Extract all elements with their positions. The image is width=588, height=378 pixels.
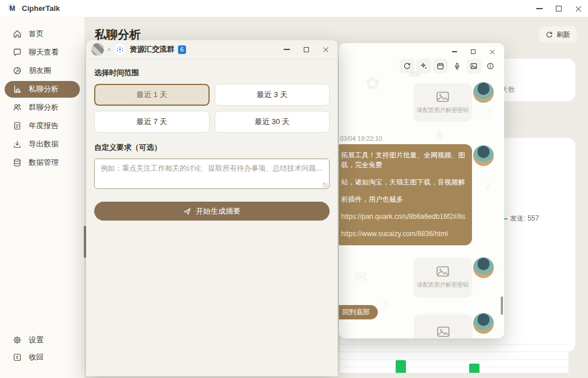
range-button-30days[interactable]: 最近 30 天 xyxy=(215,111,330,133)
chat-maximize-button[interactable] xyxy=(466,45,481,59)
minimize-icon xyxy=(284,49,290,49)
group-icon xyxy=(13,103,22,112)
sidebar-item-chat-view[interactable]: 聊天查看 xyxy=(5,44,80,61)
chat-icon xyxy=(13,48,22,57)
custom-requirement-input[interactable] xyxy=(94,159,330,189)
star-watermark-icon: ★ xyxy=(434,128,446,143)
dialog-minimize-button[interactable] xyxy=(280,40,293,59)
chat-scrollbar-thumb[interactable] xyxy=(501,296,503,315)
image-placeholder-icon xyxy=(436,266,449,277)
maximize-button[interactable] xyxy=(549,0,568,17)
sidebar-item-export-data[interactable]: 导出数据 xyxy=(5,136,80,153)
moon-watermark-icon: ☽ xyxy=(480,105,493,123)
calendar-icon-button[interactable] xyxy=(433,59,448,74)
close-icon xyxy=(323,47,328,52)
sidebar-item-group-analysis[interactable]: 群聊分析 xyxy=(5,99,80,116)
chat-message-bubble: 拓展工具！支持图片批量、全网视频、图片电商 载，完全免费 站，诸如淘宝，天猫主图… xyxy=(339,144,472,245)
database-icon xyxy=(13,158,22,167)
sidebar-item-collapse[interactable]: 收回 xyxy=(5,349,80,366)
refresh-icon-button[interactable] xyxy=(400,59,415,74)
green-bar xyxy=(396,360,406,373)
sidebar-item-label: 首页 xyxy=(29,29,44,39)
message-line: 析插件，用户也贼多 xyxy=(341,195,465,205)
avatar xyxy=(473,145,494,166)
back-to-bottom-button[interactable]: 回到底部 xyxy=(339,305,378,319)
close-icon xyxy=(490,49,495,55)
export-icon xyxy=(13,140,22,149)
refresh-button[interactable]: 刷新 xyxy=(539,26,577,43)
sidebar-item-label: 年度报告 xyxy=(29,121,59,131)
sidebar-item-label: 设置 xyxy=(29,335,44,345)
music-watermark-icon: ♪ xyxy=(483,176,491,194)
dialog-close-button[interactable] xyxy=(319,40,332,59)
left-scrollbar-thumb[interactable] xyxy=(84,226,86,258)
bar-chart-icon xyxy=(13,84,22,94)
app-logo-icon: M xyxy=(8,4,17,13)
placeholder-text: 请配置图片解密密钥 xyxy=(417,106,469,114)
chat-minimize-button[interactable] xyxy=(447,45,462,59)
dialog-title: 资源汇交流群 xyxy=(130,44,175,55)
time-range-label: 选择时间范围 xyxy=(94,68,330,78)
chat-close-button[interactable] xyxy=(485,45,500,59)
image-placeholder-icon xyxy=(437,326,450,337)
activity-bar-chart xyxy=(340,338,568,375)
refresh-icon xyxy=(546,31,553,38)
image-icon-button[interactable] xyxy=(466,59,481,74)
sidebar-item-settings[interactable]: 设置 xyxy=(5,331,80,348)
encrypted-image-placeholder: 请配置图片解密密钥 xyxy=(413,257,472,298)
moon-watermark-icon: ☽ xyxy=(377,297,389,313)
summary-dialog-body: 选择时间范围 最近 1 天 最近 3 天 最近 7 天 最近 30 天 自定义要… xyxy=(86,59,338,221)
encrypted-image-placeholder xyxy=(414,314,473,338)
member-count-badge: 6 xyxy=(178,45,186,54)
close-button[interactable] xyxy=(568,0,588,17)
moments-icon xyxy=(13,66,22,75)
message-link[interactable]: https://pan.quark.cn/s/8b6a6edb16f2#/lis… xyxy=(341,212,465,222)
dialog-maximize-button[interactable] xyxy=(299,40,313,59)
message-line: 拓展工具！支持图片批量、全网视频、图片电商 xyxy=(341,151,465,160)
send-icon xyxy=(183,207,191,215)
sidebar-item-private-analysis[interactable]: 私聊分析 xyxy=(5,81,80,98)
range-button-3days[interactable]: 最近 3 天 xyxy=(215,84,330,106)
message-link[interactable]: https://www.sucaizy.com/8836/html xyxy=(341,229,465,239)
report-icon xyxy=(13,121,22,130)
generate-summary-button[interactable]: 开始生成摘要 xyxy=(94,202,330,221)
encrypted-image-placeholder: 请配置图片解密密钥 xyxy=(413,83,472,122)
sidebar: 首页 聊天查看 朋友圈 私聊分析 群聊分析 年度报告 导出数据 数据管理 xyxy=(0,17,85,378)
sidebar-item-label: 群聊分析 xyxy=(29,102,59,113)
sidebar-item-label: 导出数据 xyxy=(29,139,59,149)
message-timestamp: 03/04 19:22:10 xyxy=(340,135,382,142)
minimize-button[interactable] xyxy=(529,0,549,17)
maximize-icon xyxy=(556,6,562,11)
sidebar-item-home[interactable]: 首页 xyxy=(5,26,80,43)
summary-dialog-header: × 资源汇交流群 6 xyxy=(86,40,338,59)
sidebar-item-label: 收回 xyxy=(29,352,44,362)
sidebar-item-label: 私聊分析 xyxy=(29,84,59,94)
image-placeholder-icon xyxy=(436,91,449,102)
range-button-1day[interactable]: 最近 1 天 xyxy=(94,84,210,106)
chat-window: ✿ ☁ ☽ ★ ♪ ☀ ✉ ☽ ★ ☁ 请配置图片解密密钥 03/04 19:2… xyxy=(339,43,504,338)
sidebar-item-label: 聊天查看 xyxy=(29,47,59,57)
mail-watermark-icon: ✉ xyxy=(355,268,368,286)
group-avatar xyxy=(91,43,104,56)
separator: × xyxy=(107,47,111,53)
time-range-group: 最近 1 天 最近 3 天 最近 7 天 最近 30 天 xyxy=(94,84,330,133)
snowflake-avatar xyxy=(114,44,126,55)
gear-icon xyxy=(13,335,22,345)
sidebar-item-data-management[interactable]: 数据管理 xyxy=(5,155,80,171)
ai-sparkles-icon-button[interactable] xyxy=(416,59,431,74)
chat-toolbar xyxy=(400,59,498,74)
window-titlebar: M CipherTalk xyxy=(0,0,588,17)
app-window: M CipherTalk 首页 聊天查看 朋友圈 私聊分析 群聊分析 年度报 xyxy=(0,0,588,378)
close-icon xyxy=(575,6,582,12)
message-line: 载，完全免费 xyxy=(341,160,465,170)
sidebar-item-annual-report[interactable]: 年度报告 xyxy=(5,118,80,134)
range-button-7days[interactable]: 最近 7 天 xyxy=(94,111,210,133)
sidebar-item-moments[interactable]: 朋友圈 xyxy=(5,63,80,79)
microphone-icon-button[interactable] xyxy=(450,59,465,74)
collapse-icon xyxy=(13,353,22,362)
custom-requirement-label: 自定义要求（可选） xyxy=(94,142,330,153)
sidebar-item-label: 朋友圈 xyxy=(29,65,51,76)
maximize-icon xyxy=(304,47,309,52)
sent-legend: 发送: 557 xyxy=(502,214,539,223)
info-icon-button[interactable] xyxy=(483,59,498,74)
